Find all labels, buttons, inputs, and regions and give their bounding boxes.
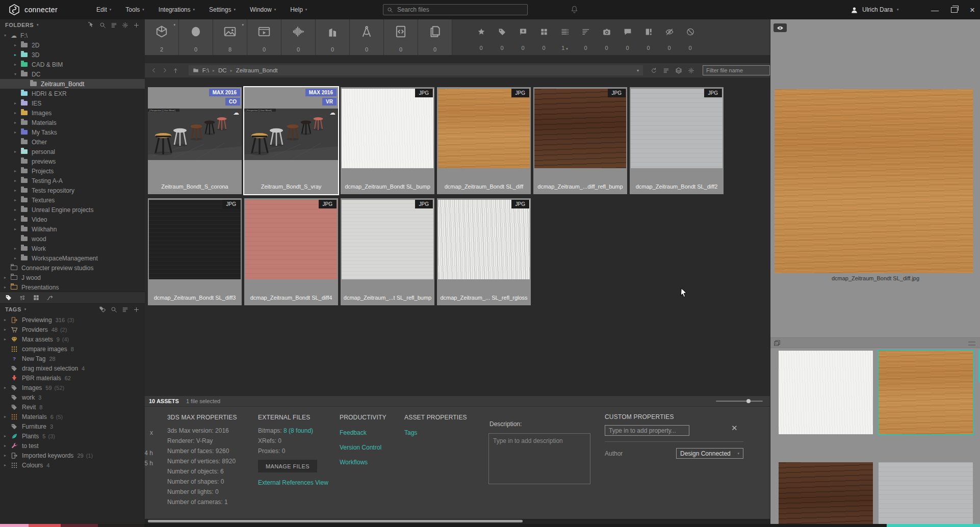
tag-item[interactable]: ▸ Images 59 (52) bbox=[0, 383, 145, 392]
expand-arrow-icon[interactable]: ▸ bbox=[14, 227, 21, 231]
notifications-bell-icon[interactable] bbox=[570, 5, 579, 14]
menu-item[interactable]: Settings▾ bbox=[202, 0, 243, 19]
folder-item[interactable]: ▸ My Tasks bbox=[0, 127, 145, 137]
asset-tile[interactable]: [ Perspective ] [ User Wired ] bbox=[148, 87, 242, 194]
expand-arrow-icon[interactable]: ▸ bbox=[4, 385, 11, 390]
breadcrumb-segment[interactable]: DC▸ bbox=[218, 67, 236, 73]
expand-arrow-icon[interactable]: ▸ bbox=[14, 188, 21, 193]
flag-filter[interactable]: 1▾ bbox=[554, 19, 575, 55]
expand-arrow-icon[interactable]: ▸ bbox=[14, 111, 21, 115]
expand-arrow-icon[interactable]: ▸ bbox=[14, 62, 21, 67]
back-icon[interactable] bbox=[151, 67, 157, 73]
folder-item[interactable]: Other bbox=[0, 137, 145, 147]
folder-list-options-icon[interactable] bbox=[111, 22, 117, 29]
expand-arrow-icon[interactable]: ▸ bbox=[14, 43, 21, 47]
path-dropdown-icon[interactable]: ▾ bbox=[637, 68, 639, 73]
horizontal-scrollbar-track[interactable] bbox=[145, 519, 770, 524]
folder-item[interactable]: ▸ Testing A-A bbox=[0, 176, 145, 186]
expand-arrow-icon[interactable]: ▸ bbox=[14, 246, 21, 251]
expand-arrow-icon[interactable]: ▸ bbox=[14, 52, 21, 57]
folder-item[interactable]: ▸ 2D bbox=[0, 40, 145, 50]
folder-item[interactable]: ▾ ☁ F:\ bbox=[0, 31, 145, 40]
expand-arrow-icon[interactable]: ▸ bbox=[4, 327, 11, 332]
locate-folder-icon[interactable] bbox=[88, 21, 95, 29]
asset-tile[interactable]: JPG dcmap_Zeitraum_... SL_refl_rgloss bbox=[437, 198, 531, 305]
flag-filter[interactable]: 0 bbox=[533, 19, 554, 55]
tag-item[interactable]: work 3 bbox=[0, 392, 145, 402]
asset-type-filter[interactable]: 0 bbox=[350, 19, 384, 55]
folder-item[interactable]: ▸ IES bbox=[0, 98, 145, 108]
folder-item[interactable]: ▸ Textures bbox=[0, 195, 145, 205]
breadcrumb[interactable]: F:\▸ DC▸ Zeitraum_Bondt▸ ▾ bbox=[189, 65, 643, 75]
asset-tile[interactable]: JPG dcmap_Zeitraum_Bondt SL_diff2 bbox=[630, 87, 724, 194]
thumbnail-size-slider[interactable] bbox=[716, 401, 763, 402]
tag-filter-icon[interactable] bbox=[5, 294, 12, 301]
asset-type-filter[interactable]: 0 bbox=[316, 19, 350, 55]
expand-arrow-icon[interactable]: ▸ bbox=[4, 463, 11, 467]
tag-item[interactable]: ▸ Colours 4 bbox=[0, 460, 145, 470]
flag-filter[interactable]: 0 bbox=[575, 19, 596, 55]
expand-arrow-icon[interactable]: ▸ bbox=[14, 149, 21, 154]
forward-icon[interactable] bbox=[162, 67, 168, 73]
user-menu[interactable]: Ulrich Dara ▾ bbox=[850, 0, 899, 19]
folder-settings-gear-icon[interactable] bbox=[122, 22, 128, 29]
expand-arrow-icon[interactable]: ▸ bbox=[4, 275, 11, 280]
folder-item[interactable]: ▸ Wilkhahn bbox=[0, 224, 145, 234]
gallery-thumbnail[interactable] bbox=[779, 351, 873, 434]
author-dropdown[interactable]: Design Connected ▾ bbox=[676, 448, 743, 459]
expand-arrow-icon[interactable]: ▸ bbox=[14, 207, 21, 212]
folder-item[interactable]: ▸ Images bbox=[0, 108, 145, 118]
search-folders-icon[interactable] bbox=[99, 22, 106, 29]
folder-item[interactable]: ▸ Unreal Engine projects bbox=[0, 205, 145, 215]
gallery-thumbnail[interactable] bbox=[879, 462, 973, 524]
cloud-preview-icon[interactable]: ☁ bbox=[329, 109, 336, 116]
view-options-icon[interactable] bbox=[663, 67, 669, 74]
tag-item[interactable]: Furniture 3 bbox=[0, 421, 145, 431]
breadcrumb-segment[interactable]: Zeitraum_Bondt▸ bbox=[236, 67, 278, 73]
gallery-thumbnail[interactable] bbox=[779, 462, 873, 524]
asset-tile[interactable]: JPG dcmap_Zeitraum_Bondt SL_diff bbox=[437, 87, 531, 194]
folder-item[interactable]: ▸ Projects bbox=[0, 166, 145, 176]
expand-arrow-icon[interactable]: ▸ bbox=[14, 120, 21, 125]
restore-button[interactable] bbox=[951, 7, 958, 13]
folder-item[interactable]: ▸ CAD & BIM bbox=[0, 60, 145, 69]
expand-arrow-icon[interactable]: ▾ bbox=[4, 33, 11, 38]
expand-arrow-icon[interactable]: ▸ bbox=[4, 337, 11, 341]
asset-tile[interactable]: JPG dcmap_Zeitraum_...diff_refl_bump bbox=[533, 87, 627, 194]
external-references-link[interactable]: External References View bbox=[258, 479, 328, 486]
tag-item[interactable]: compare images 8 bbox=[0, 344, 145, 354]
flag-filter[interactable]: 0 bbox=[659, 19, 680, 55]
asset-tile[interactable]: JPG dcmap_Zeitraum_...t SL_refl_bump bbox=[341, 198, 434, 305]
asset-type-filter[interactable]: ▾ 2 bbox=[145, 19, 179, 55]
close-icon[interactable]: ✕ bbox=[731, 424, 738, 433]
menu-item[interactable]: Help▾ bbox=[283, 0, 314, 19]
asset-type-filter[interactable]: 0 bbox=[247, 19, 281, 55]
expand-arrow-icon[interactable]: ▸ bbox=[4, 285, 11, 289]
folder-item[interactable]: ▸ 3D bbox=[0, 50, 145, 60]
asset-type-filter[interactable]: 0 bbox=[179, 19, 213, 55]
add-tag-icon[interactable] bbox=[133, 306, 140, 313]
folder-item[interactable]: ▸ Video bbox=[0, 215, 145, 224]
bitmaps-found-link[interactable]: 8 (8 found) bbox=[283, 427, 313, 434]
folder-item[interactable]: Connecter preview studios bbox=[0, 263, 145, 273]
tag-item[interactable]: ▸ Max assets 9 (4) bbox=[0, 334, 145, 344]
productivity-link[interactable]: Version Control bbox=[340, 440, 386, 455]
tag-flow-icon[interactable] bbox=[46, 294, 54, 301]
flag-filter[interactable]: 0 bbox=[471, 19, 492, 55]
expand-arrow-icon[interactable]: ▸ bbox=[4, 414, 11, 419]
horizontal-scrollbar-thumb[interactable] bbox=[148, 520, 523, 522]
flag-filter[interactable]: 0 bbox=[492, 19, 512, 55]
tag-item[interactable]: ▸ Plants 5 (3) bbox=[0, 431, 145, 441]
preview-image[interactable] bbox=[775, 89, 973, 273]
preview-visibility-button[interactable] bbox=[773, 23, 787, 32]
asset-type-filter[interactable]: 0 bbox=[281, 19, 316, 55]
expand-arrow-icon[interactable]: ▸ bbox=[14, 130, 21, 135]
filter-filename-input[interactable] bbox=[703, 65, 770, 75]
asset-tile[interactable]: JPG dcmap_Zeitraum_Bondt SL_bump bbox=[341, 87, 434, 194]
folders-title[interactable]: FOLDERS bbox=[5, 22, 34, 28]
expand-arrow-icon[interactable]: ▾ bbox=[14, 72, 21, 76]
asset-type-filter[interactable]: ▾ 8 bbox=[213, 19, 247, 55]
expand-arrow-icon[interactable]: ▸ bbox=[4, 443, 11, 448]
folder-item[interactable]: wood bbox=[0, 234, 145, 244]
asset-tile[interactable]: JPG dcmap_Zeitraum_Bondt SL_diff3 bbox=[148, 198, 242, 305]
